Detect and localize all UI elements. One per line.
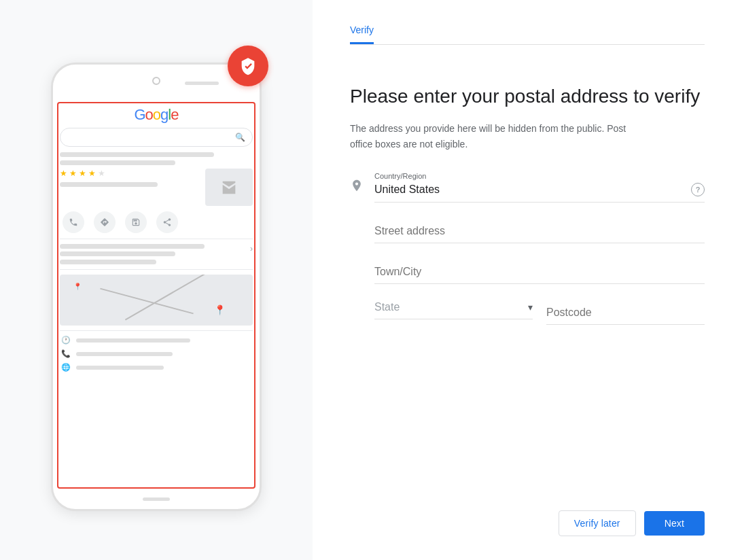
phone-icon: 📞	[61, 349, 71, 358]
country-field-wrapper: Country/Region United States ?	[350, 172, 705, 203]
store-thumbnail	[205, 169, 253, 206]
verify-title-section: Verify	[350, 24, 705, 45]
map-section: 📍 📍	[60, 275, 253, 326]
phone-content: Google 🔍 ★ ★ ★	[53, 102, 260, 381]
divider	[60, 239, 253, 239]
chevron-down-icon: ▾	[528, 302, 533, 313]
star-icon: ★	[60, 169, 67, 178]
postcode-field[interactable]	[546, 301, 705, 325]
divider	[60, 269, 253, 270]
stars-row: ★ ★ ★ ★ ★	[60, 169, 200, 178]
info-row-web: 🌐	[60, 363, 253, 372]
country-field[interactable]: Country/Region United States ?	[374, 172, 705, 203]
content-line	[76, 338, 190, 343]
country-label: Country/Region	[374, 172, 705, 180]
state-postcode-row: State ▾	[350, 301, 705, 325]
content-line	[60, 251, 175, 256]
star-icon: ★	[88, 169, 96, 178]
state-label: State	[374, 301, 528, 313]
star-icon: ★	[79, 169, 86, 178]
map-pin-left-icon: 📍	[73, 283, 82, 290]
street-address-input[interactable]	[374, 220, 705, 243]
content-line	[60, 260, 156, 264]
content-line	[60, 152, 214, 157]
chevron-right-icon: ›	[250, 244, 253, 253]
address-form: Country/Region United States ? State ▾	[350, 172, 705, 483]
content-line	[60, 182, 158, 187]
star-icon: ★	[69, 169, 77, 178]
google-logo-area: Google	[60, 106, 253, 124]
location-pin-icon	[350, 177, 364, 197]
clock-icon: 🕐	[61, 336, 71, 345]
call-icon-circle[interactable]	[63, 211, 84, 233]
google-logo: Google	[134, 106, 178, 124]
country-value: United States	[374, 183, 440, 196]
help-icon[interactable]: ?	[691, 183, 705, 196]
content-section: ›	[60, 244, 253, 264]
left-panel: Google 🔍 ★ ★ ★	[0, 0, 313, 560]
content-line	[76, 366, 164, 370]
postcode-input[interactable]	[546, 301, 705, 325]
verify-tab-label: Verify	[350, 24, 374, 44]
search-icon: 🔍	[235, 133, 245, 142]
phone-speaker	[185, 82, 219, 85]
action-icons-row	[60, 211, 253, 233]
next-button[interactable]: Next	[644, 511, 705, 536]
town-city-input[interactable]	[374, 260, 705, 284]
tab-underline	[350, 44, 705, 45]
right-panel: Verify Please enter your postal address …	[313, 0, 742, 560]
content-line	[60, 160, 175, 165]
share-icon-circle[interactable]	[156, 211, 178, 233]
description-text: The address you provide here will be hid…	[350, 121, 642, 152]
form-actions: Verify later Next	[350, 497, 705, 536]
directions-icon-circle[interactable]	[94, 211, 116, 233]
content-line	[60, 244, 205, 249]
globe-icon: 🌐	[61, 363, 71, 372]
star-empty-icon: ★	[98, 169, 105, 178]
street-address-field[interactable]	[350, 220, 705, 243]
shield-icon	[238, 56, 258, 75]
page-heading: Please enter your postal address to veri…	[350, 84, 705, 109]
info-row-phone: 📞	[60, 349, 253, 358]
content-line	[76, 352, 173, 356]
town-city-field[interactable]	[350, 260, 705, 284]
phone-bottom-bar	[53, 489, 260, 509]
phone-frame: Google 🔍 ★ ★ ★	[51, 63, 262, 511]
save-icon-circle[interactable]	[125, 211, 147, 233]
country-value-row: United States ?	[374, 183, 705, 203]
phone-search-bar[interactable]: 🔍	[60, 128, 253, 147]
map-pin-icon: 📍	[214, 304, 226, 315]
state-select-row[interactable]: State ▾	[374, 301, 533, 319]
state-field[interactable]: State ▾	[374, 301, 533, 325]
shield-badge	[228, 46, 268, 86]
verify-later-button[interactable]: Verify later	[559, 510, 636, 536]
phone-camera	[152, 77, 160, 85]
info-row-hours: 🕐	[60, 336, 253, 345]
divider	[60, 330, 253, 331]
home-indicator	[143, 497, 170, 501]
phone-wrapper: Google 🔍 ★ ★ ★	[51, 49, 262, 511]
verify-tab[interactable]: Verify	[350, 24, 705, 44]
